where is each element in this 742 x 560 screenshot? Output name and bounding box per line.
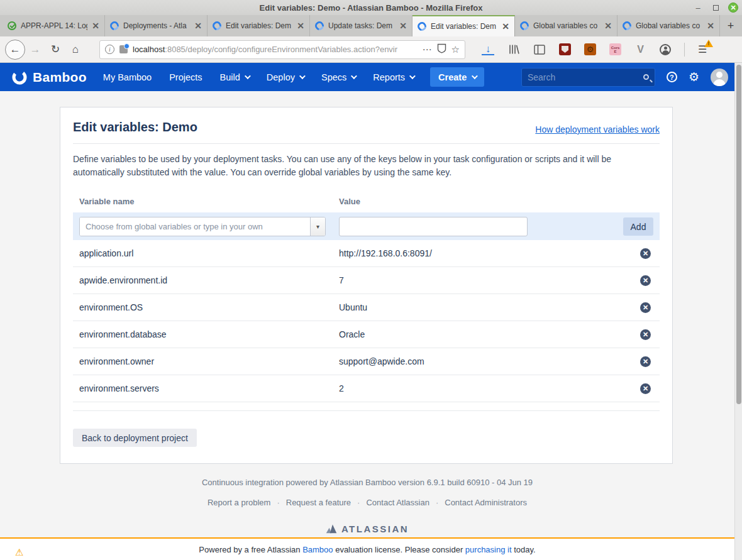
browser-tab[interactable]: Deployments - Atla ✕ [105, 15, 208, 36]
delete-variable-icon[interactable]: ✕ [640, 248, 651, 259]
column-header-name: Variable name [79, 197, 339, 206]
account-icon[interactable] [660, 44, 671, 55]
settings-gear-icon[interactable]: ⚙ [689, 70, 699, 84]
variable-value: http://192.168.0.6:8091/ [339, 248, 609, 258]
site-info-icon[interactable]: i [105, 45, 114, 54]
scrollbar-thumb[interactable] [736, 65, 741, 404]
nav-item-label: Projects [169, 72, 202, 82]
tab-close-icon[interactable]: ✕ [194, 21, 202, 31]
variable-row: environment.database Oracle ✕ [73, 321, 660, 348]
bamboo-license-link[interactable]: Bamboo [302, 545, 333, 554]
delete-variable-icon[interactable]: ✕ [640, 383, 651, 394]
menu-icon[interactable]: ☰ [698, 43, 707, 55]
nav-item-label: Build [220, 72, 240, 82]
window-titlebar: Edit variables: Demo - Atlassian Bamboo … [0, 0, 742, 15]
variable-value: 2 [339, 383, 609, 393]
tab-close-icon[interactable]: ✕ [297, 21, 304, 31]
tab-favicon-icon [8, 21, 16, 30]
nav-item[interactable]: Deploy [267, 72, 304, 82]
browser-tab[interactable]: Edit variables: Dem ✕ [208, 15, 310, 36]
nav-item[interactable]: Reports [373, 72, 414, 82]
downloads-icon[interactable]: ↓ [482, 44, 494, 55]
library-icon[interactable] [507, 43, 520, 56]
footer-link[interactable]: Contact Administrators [445, 498, 527, 507]
footer-link-separator: · [357, 498, 360, 507]
browser-tab[interactable]: APPR-APPL 14: Log ✕ [3, 15, 105, 36]
purchasing-link[interactable]: purchasing it [465, 545, 512, 554]
nav-item-label: Specs [321, 72, 346, 82]
v-extension-icon[interactable]: V [634, 43, 646, 55]
page-content: Edit variables: Demo How deployment vari… [0, 91, 734, 537]
tab-favicon-icon [416, 20, 428, 32]
nav-item[interactable]: Projects [169, 72, 202, 82]
tab-title: Update tasks: Dem [328, 21, 395, 30]
create-button[interactable]: Create [430, 67, 484, 87]
page-actions-icon[interactable]: ⋯ [423, 44, 432, 55]
back-button[interactable]: ← [5, 40, 25, 60]
delete-variable-icon[interactable]: ✕ [640, 275, 651, 286]
search-input[interactable] [528, 72, 643, 82]
search-box[interactable] [521, 68, 655, 87]
user-avatar[interactable] [711, 69, 728, 86]
tab-close-icon[interactable]: ✕ [707, 21, 714, 31]
tab-close-icon[interactable]: ✕ [502, 21, 509, 31]
tab-favicon-icon [211, 19, 223, 31]
window-close-button[interactable]: ✕ [728, 3, 738, 13]
cors-extension-icon[interactable]: CorsE [609, 43, 621, 55]
url-text[interactable]: localhost:8085/deploy/config/configureEn… [133, 45, 418, 54]
create-button-label: Create [438, 72, 467, 82]
delete-variable-icon[interactable]: ✕ [640, 302, 651, 313]
nav-item-label: Reports [373, 72, 405, 82]
variable-row: application.url http://192.168.0.6:8091/… [73, 240, 660, 267]
license-bar: Powered by a free Atlassian Bamboo evalu… [0, 537, 734, 560]
add-variable-row: ▾ Add [73, 212, 660, 240]
help-icon[interactable]: ? [667, 72, 677, 82]
ublock-extension-icon[interactable] [559, 43, 571, 55]
tab-close-icon[interactable]: ✕ [604, 21, 612, 31]
permissions-icon[interactable] [119, 45, 128, 53]
chevron-down-icon [245, 73, 251, 79]
reload-button[interactable]: ↻ [45, 40, 65, 60]
variable-name-combobox[interactable]: ▾ [79, 217, 326, 236]
variable-name: application.url [79, 248, 339, 258]
delete-variable-icon[interactable]: ✕ [640, 329, 651, 340]
variable-name: environment.owner [79, 356, 339, 366]
how-variables-work-link[interactable]: How deployment variables work [535, 124, 660, 135]
footer-link[interactable]: Report a problem [208, 498, 270, 507]
footer-link[interactable]: Contact Atlassian [366, 498, 429, 507]
bamboo-logo-icon [11, 69, 28, 85]
nav-item[interactable]: Build [220, 72, 249, 82]
nav-item[interactable]: My Bamboo [103, 72, 152, 82]
browser-tab[interactable]: Update tasks: Dem ✕ [310, 15, 413, 36]
sidebar-toggle-icon[interactable] [533, 43, 546, 56]
browser-tab[interactable]: Edit variables: Dem ✕ [413, 15, 515, 36]
browser-tab[interactable]: Global variables co ✕ [617, 15, 720, 36]
back-to-deployment-project-button[interactable]: Back to deployment project [73, 429, 197, 447]
bamboo-logo[interactable]: Bamboo [11, 69, 87, 85]
add-button[interactable]: Add [623, 217, 653, 236]
variable-value-input[interactable] [339, 217, 528, 236]
tab-close-icon[interactable]: ✕ [399, 21, 407, 31]
page-scrollbar[interactable] [734, 63, 742, 560]
window-minimize-button[interactable]: – [693, 3, 703, 13]
browser-tab[interactable]: Global variables co ✕ [515, 15, 617, 36]
table-bottom-border [73, 402, 660, 411]
gear-extension-icon[interactable]: ⚙ [584, 43, 596, 55]
variable-name-input[interactable] [80, 217, 310, 236]
pocket-shield-icon[interactable] [437, 43, 446, 55]
window-maximize-button[interactable] [711, 3, 721, 13]
atlassian-wordmark: ATLASSIAN [341, 524, 409, 534]
atlassian-logo: ATLASSIAN [0, 524, 734, 534]
tab-close-icon[interactable]: ✕ [92, 21, 99, 31]
new-tab-button[interactable]: + [720, 15, 741, 36]
url-bar[interactable]: i localhost:8085/deploy/config/configure… [99, 40, 465, 59]
nav-item[interactable]: Specs [321, 72, 355, 82]
bookmark-star-icon[interactable]: ☆ [451, 44, 460, 55]
tab-favicon-icon [313, 19, 325, 31]
footer-link[interactable]: Request a feature [286, 498, 351, 507]
delete-variable-icon[interactable]: ✕ [640, 356, 651, 367]
forward-button[interactable]: → [25, 40, 45, 60]
home-button[interactable]: ⌂ [65, 40, 86, 60]
footer-link-separator: · [277, 498, 279, 507]
combobox-caret-icon[interactable]: ▾ [310, 217, 325, 236]
